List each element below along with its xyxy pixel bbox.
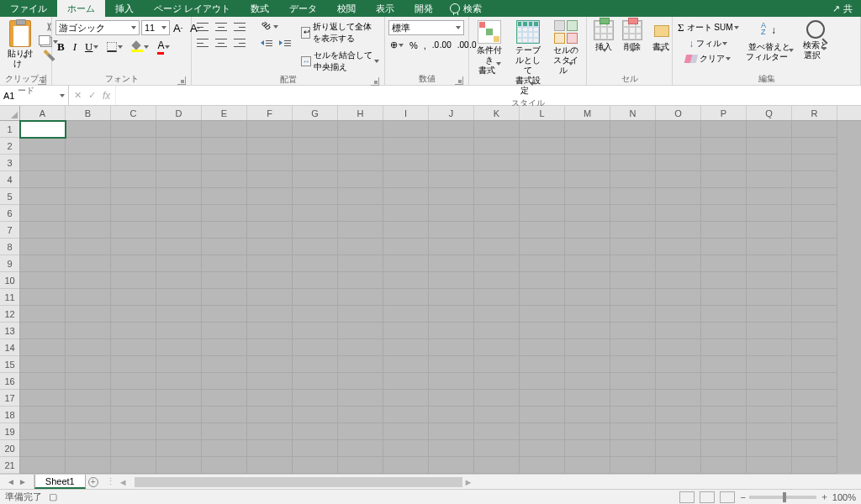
tab-page-layout[interactable]: ページ レイアウト bbox=[144, 0, 240, 17]
tab-home[interactable]: ホーム bbox=[57, 0, 105, 17]
cell[interactable] bbox=[610, 289, 656, 306]
cell[interactable] bbox=[293, 239, 338, 255]
cell[interactable] bbox=[383, 390, 429, 407]
dialog-launcher-icon[interactable] bbox=[455, 76, 463, 85]
cell[interactable] bbox=[656, 423, 701, 440]
cell[interactable] bbox=[293, 407, 338, 423]
cell[interactable] bbox=[610, 138, 656, 155]
row-header[interactable]: 16 bbox=[0, 373, 19, 390]
cell[interactable] bbox=[792, 423, 837, 440]
cell[interactable] bbox=[66, 138, 111, 155]
cell[interactable] bbox=[247, 390, 293, 407]
cell[interactable] bbox=[156, 138, 202, 155]
column-header[interactable]: K bbox=[474, 106, 520, 120]
cell[interactable] bbox=[20, 356, 66, 373]
cell[interactable] bbox=[156, 289, 202, 306]
column-header[interactable]: D bbox=[156, 106, 202, 120]
cell[interactable] bbox=[338, 121, 383, 138]
cell[interactable] bbox=[202, 306, 247, 323]
align-right-button[interactable] bbox=[232, 38, 247, 48]
cell[interactable] bbox=[202, 255, 247, 272]
cell[interactable] bbox=[792, 323, 837, 339]
cell[interactable] bbox=[610, 121, 656, 138]
cell[interactable] bbox=[156, 155, 202, 171]
cell[interactable] bbox=[747, 138, 792, 155]
cell[interactable] bbox=[20, 272, 66, 289]
tab-formulas[interactable]: 数式 bbox=[240, 0, 279, 17]
cell[interactable] bbox=[429, 155, 474, 171]
tab-data[interactable]: データ bbox=[279, 0, 327, 17]
cell[interactable] bbox=[293, 272, 338, 289]
cell[interactable] bbox=[247, 255, 293, 272]
increase-font-button[interactable]: Aˆ bbox=[172, 21, 187, 34]
cell[interactable] bbox=[293, 188, 338, 205]
italic-button[interactable]: I bbox=[71, 39, 78, 55]
cell[interactable] bbox=[383, 155, 429, 171]
column-header[interactable]: B bbox=[66, 106, 111, 120]
cell[interactable] bbox=[429, 121, 474, 138]
cell[interactable] bbox=[156, 239, 202, 255]
cell[interactable] bbox=[747, 373, 792, 390]
cell[interactable] bbox=[792, 373, 837, 390]
cell[interactable] bbox=[202, 171, 247, 188]
cell[interactable] bbox=[747, 171, 792, 188]
cell[interactable] bbox=[383, 171, 429, 188]
cell[interactable] bbox=[429, 239, 474, 255]
cell[interactable] bbox=[701, 306, 747, 323]
cell[interactable] bbox=[520, 457, 565, 474]
cell[interactable] bbox=[66, 457, 111, 474]
cell[interactable] bbox=[66, 306, 111, 323]
cell[interactable] bbox=[747, 289, 792, 306]
cell[interactable] bbox=[111, 289, 156, 306]
cell[interactable] bbox=[247, 239, 293, 255]
row-header[interactable]: 6 bbox=[0, 205, 19, 222]
cell[interactable] bbox=[520, 289, 565, 306]
cell[interactable] bbox=[656, 440, 701, 457]
cell[interactable] bbox=[383, 407, 429, 423]
cell[interactable] bbox=[474, 289, 520, 306]
cell[interactable] bbox=[610, 255, 656, 272]
cell[interactable] bbox=[202, 188, 247, 205]
align-left-button[interactable] bbox=[195, 38, 210, 48]
cell[interactable] bbox=[610, 205, 656, 222]
row-header[interactable]: 14 bbox=[0, 339, 19, 356]
cell[interactable] bbox=[66, 272, 111, 289]
cell[interactable] bbox=[565, 222, 610, 239]
sheet-tab[interactable]: Sheet1 bbox=[34, 475, 86, 489]
comma-button[interactable]: , bbox=[422, 39, 428, 51]
cell[interactable] bbox=[111, 222, 156, 239]
cell[interactable] bbox=[156, 188, 202, 205]
cell[interactable] bbox=[701, 239, 747, 255]
cell[interactable] bbox=[610, 440, 656, 457]
cell[interactable] bbox=[247, 222, 293, 239]
cell[interactable] bbox=[66, 440, 111, 457]
cell[interactable] bbox=[338, 423, 383, 440]
cell[interactable] bbox=[338, 457, 383, 474]
cells-area[interactable] bbox=[20, 121, 861, 474]
cell[interactable] bbox=[610, 306, 656, 323]
cell[interactable] bbox=[338, 155, 383, 171]
cell[interactable] bbox=[429, 323, 474, 339]
prev-sheet-icon[interactable]: ◄ bbox=[7, 477, 15, 486]
tab-insert[interactable]: 挿入 bbox=[105, 0, 144, 17]
cell[interactable] bbox=[520, 272, 565, 289]
cell[interactable] bbox=[20, 255, 66, 272]
cell[interactable] bbox=[747, 457, 792, 474]
cell[interactable] bbox=[383, 255, 429, 272]
cell[interactable] bbox=[474, 255, 520, 272]
cell[interactable] bbox=[247, 323, 293, 339]
align-middle-button[interactable] bbox=[214, 22, 229, 32]
cell[interactable] bbox=[656, 339, 701, 356]
cell[interactable] bbox=[111, 356, 156, 373]
cell[interactable] bbox=[202, 373, 247, 390]
cell[interactable] bbox=[474, 222, 520, 239]
dialog-launcher-icon[interactable] bbox=[371, 77, 379, 86]
insert-function-button[interactable]: fx bbox=[103, 90, 110, 102]
row-header[interactable]: 17 bbox=[0, 390, 19, 407]
cell[interactable] bbox=[792, 205, 837, 222]
cell[interactable] bbox=[202, 390, 247, 407]
cell[interactable] bbox=[701, 255, 747, 272]
cell[interactable] bbox=[656, 121, 701, 138]
font-name-combo[interactable]: 游ゴシック bbox=[55, 20, 140, 35]
cell[interactable] bbox=[156, 373, 202, 390]
